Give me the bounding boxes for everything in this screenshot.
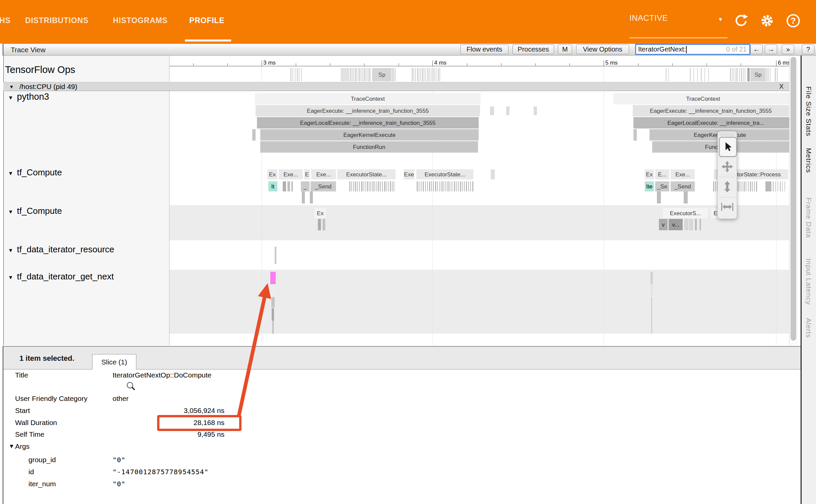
trace-event[interactable] xyxy=(365,68,366,81)
trace-event[interactable] xyxy=(450,181,450,191)
trace-event-sp[interactable]: Sp xyxy=(372,68,392,81)
trace-event[interactable] xyxy=(740,181,740,191)
trace-event--send[interactable]: _Send xyxy=(671,181,695,191)
trace-event[interactable] xyxy=(283,181,286,191)
trace-event[interactable] xyxy=(651,272,653,284)
trace-event[interactable] xyxy=(747,68,750,81)
trace-event[interactable] xyxy=(633,129,637,141)
trace-event[interactable] xyxy=(437,181,438,191)
trace-event[interactable] xyxy=(362,68,363,81)
trace-event[interactable] xyxy=(775,68,776,81)
track-label-tf-compute-2[interactable]: ▾tf_Compute xyxy=(9,206,62,216)
trace-event[interactable] xyxy=(770,68,770,81)
trace-event[interactable] xyxy=(470,181,471,191)
track-label-python3[interactable]: ▾python3 xyxy=(9,92,49,102)
trace-event[interactable] xyxy=(434,68,435,81)
trace-event[interactable] xyxy=(657,191,661,203)
track-label-tf-data-iterator-get-next[interactable]: ▾tf_data_iterator_get_next xyxy=(9,271,114,282)
trace-event[interactable] xyxy=(697,68,698,81)
sidebar-tab-file-size-stats[interactable]: File Size Stats xyxy=(805,86,813,136)
trace-event[interactable] xyxy=(287,181,290,191)
trace-event[interactable] xyxy=(275,247,276,264)
trace-event[interactable] xyxy=(271,284,275,296)
trace-event-exe-[interactable]: Exe... xyxy=(311,169,336,179)
trace-event[interactable] xyxy=(415,68,416,81)
trace-event[interactable] xyxy=(395,68,396,81)
trace-event[interactable] xyxy=(422,68,423,81)
trace-event[interactable] xyxy=(367,68,367,81)
trace-event[interactable] xyxy=(444,181,444,191)
trace-event[interactable] xyxy=(357,181,358,191)
trace-event[interactable] xyxy=(693,68,694,81)
trace-event[interactable] xyxy=(310,191,313,203)
timeline-canvas[interactable]: 3 ms4 ms5 ms6 msSpSpTraceContextTraceCon… xyxy=(169,56,789,345)
trace-event-ex[interactable]: Ex xyxy=(267,169,277,179)
trace-event[interactable] xyxy=(394,181,394,191)
trace-event[interactable] xyxy=(745,68,745,81)
trace-event[interactable] xyxy=(744,181,745,191)
trace-event[interactable] xyxy=(355,181,356,191)
trace-event[interactable] xyxy=(668,68,669,81)
trace-event[interactable] xyxy=(765,181,771,191)
trace-event[interactable] xyxy=(370,68,370,81)
trace-event-exe[interactable]: Exe xyxy=(404,169,414,179)
trace-event[interactable] xyxy=(417,68,418,81)
trace-event[interactable] xyxy=(732,68,733,81)
trace-event[interactable] xyxy=(375,181,375,191)
trace-event[interactable] xyxy=(780,181,781,191)
trace-event[interactable] xyxy=(384,181,385,191)
trace-event[interactable] xyxy=(785,181,785,191)
trace-event[interactable] xyxy=(782,181,783,191)
trace-event[interactable] xyxy=(666,68,667,81)
trace-event-v[interactable]: v xyxy=(659,219,668,230)
find-input[interactable]: IteratorGetNext: 0 of 21 xyxy=(635,44,750,55)
trace-event[interactable] xyxy=(353,68,354,81)
tab-graphs[interactable]: HS xyxy=(0,16,11,25)
trace-event[interactable] xyxy=(382,181,383,191)
refresh-icon[interactable] xyxy=(734,13,748,28)
trace-event[interactable] xyxy=(743,68,744,81)
trace-event[interactable] xyxy=(742,181,742,191)
trace-event[interactable] xyxy=(448,181,449,191)
sidebar-tab-input-latency[interactable]: Input Latency xyxy=(805,258,813,305)
trace-event[interactable] xyxy=(341,68,349,81)
trace-event[interactable] xyxy=(468,181,469,191)
trace-event-e-[interactable]: E... xyxy=(655,169,669,179)
select-tool-button[interactable] xyxy=(719,137,737,157)
trace-event[interactable] xyxy=(746,181,746,191)
trace-event[interactable] xyxy=(427,181,428,191)
trace-event[interactable] xyxy=(713,181,714,191)
trace-event[interactable] xyxy=(417,181,418,191)
trace-event[interactable] xyxy=(773,181,774,191)
trace-event[interactable] xyxy=(738,181,739,191)
close-icon[interactable]: X xyxy=(779,83,784,90)
vertical-scrollbar[interactable] xyxy=(789,56,798,345)
trace-event[interactable] xyxy=(750,181,751,191)
trace-event--send[interactable]: _Send xyxy=(311,181,336,191)
trace-event[interactable] xyxy=(490,106,494,115)
trace-event[interactable] xyxy=(359,68,360,81)
trace-event[interactable] xyxy=(429,181,430,191)
trace-event[interactable] xyxy=(353,181,354,191)
trace-event[interactable] xyxy=(458,181,459,191)
trace-event[interactable] xyxy=(419,181,419,191)
trace-event[interactable] xyxy=(392,68,393,81)
trace-event[interactable] xyxy=(358,68,358,81)
trace-event[interactable] xyxy=(377,181,377,191)
trace-event[interactable] xyxy=(297,68,298,81)
trace-event-exe-[interactable]: Exe... xyxy=(671,169,695,179)
trace-event-v-[interactable]: v... xyxy=(669,219,683,230)
trace-event[interactable] xyxy=(299,68,299,81)
trace-event[interactable] xyxy=(295,68,295,81)
trace-event[interactable] xyxy=(423,181,424,191)
sidebar-tab-alerts[interactable]: Alerts xyxy=(805,318,813,338)
trace-event[interactable] xyxy=(752,181,753,191)
trace-event[interactable] xyxy=(730,68,731,81)
find-next-button[interactable]: → xyxy=(765,45,777,54)
trace-event[interactable] xyxy=(734,68,734,81)
trace-event[interactable] xyxy=(413,68,414,81)
trace-event-eagerexecute-inference-train-f[interactable]: EagerExecute: __inference_train_function… xyxy=(633,105,789,116)
trace-event[interactable] xyxy=(420,68,421,81)
trace-event-eagerlocalexecute-inference-tr[interactable]: EagerLocalExecute: __inference_train_fun… xyxy=(257,117,479,129)
trace-event[interactable] xyxy=(701,68,702,81)
